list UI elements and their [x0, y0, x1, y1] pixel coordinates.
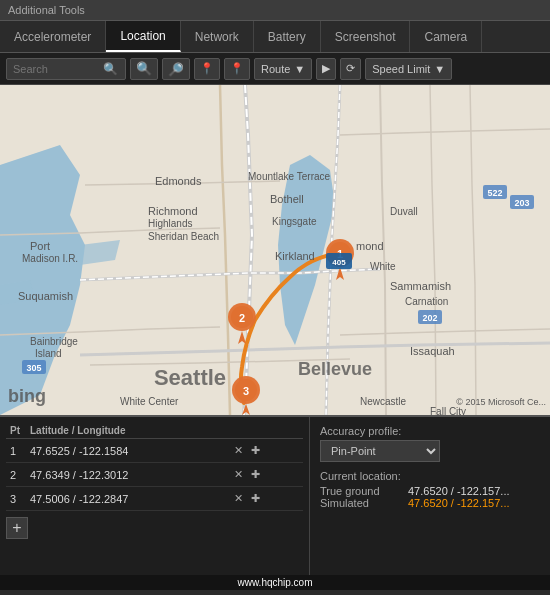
true-ground-value: 47.6520 / -122.157...	[408, 485, 510, 497]
tab-screenshot[interactable]: Screenshot	[321, 21, 411, 52]
waypoints-panel: Pt Latitude / Longitude 1 47.6525 / -122…	[0, 417, 310, 575]
title-label: Additional Tools	[8, 4, 85, 16]
tab-location[interactable]: Location	[106, 21, 180, 52]
tab-camera[interactable]: Camera	[410, 21, 482, 52]
search-box[interactable]: 🔍	[6, 58, 126, 80]
svg-text:305: 305	[26, 363, 41, 373]
svg-text:Suquamish: Suquamish	[18, 290, 73, 302]
info-panel: Accuracy profile: Pin-Point High Medium …	[310, 417, 550, 575]
row-3-pt: 3	[6, 487, 26, 511]
search-input[interactable]	[13, 63, 103, 75]
search-icon[interactable]: 🔍	[103, 62, 118, 76]
svg-text:Issaquah: Issaquah	[410, 345, 455, 357]
route-select[interactable]: Route ▼	[254, 58, 312, 80]
svg-text:2: 2	[239, 312, 245, 324]
true-ground-type: True ground	[320, 485, 400, 497]
row-1-pt: 1	[6, 439, 26, 463]
table-row: 1 47.6525 / -122.1584 ✕ ✚	[6, 439, 303, 463]
route-label: Route	[261, 63, 290, 75]
current-location-section: Current location: True ground 47.6520 / …	[320, 470, 540, 509]
accuracy-label: Accuracy profile:	[320, 425, 540, 437]
route-action-2[interactable]: ⟳	[340, 58, 361, 80]
true-ground-row: True ground 47.6520 / -122.157...	[320, 485, 540, 497]
row-3-delete[interactable]: ✕	[231, 491, 246, 506]
svg-text:Kingsgate: Kingsgate	[272, 216, 317, 227]
row-1-coords: 47.6525 / -122.1584	[26, 439, 227, 463]
row-2-pt: 2	[6, 463, 26, 487]
row-2-add[interactable]: ✚	[248, 467, 263, 482]
simulated-value: 47.6520 / -122.157...	[408, 497, 510, 509]
svg-text:Bainbridge: Bainbridge	[30, 336, 78, 347]
svg-text:405: 405	[332, 258, 346, 267]
zoom-out-button[interactable]: 🔍	[162, 58, 190, 80]
row-2-coords: 47.6349 / -122.3012	[26, 463, 227, 487]
current-location-label: Current location:	[320, 470, 540, 482]
svg-text:203: 203	[514, 198, 529, 208]
simulated-row: Simulated 47.6520 / -122.157...	[320, 497, 540, 509]
map-copyright: © 2015 Microsoft Ce...	[456, 397, 546, 407]
route-action-1[interactable]: ▶	[316, 58, 336, 80]
svg-text:Seattle: Seattle	[154, 365, 226, 390]
svg-text:202: 202	[422, 313, 437, 323]
svg-text:Sheridan Beach: Sheridan Beach	[148, 231, 219, 242]
row-3-add[interactable]: ✚	[248, 491, 263, 506]
accuracy-section: Accuracy profile: Pin-Point High Medium …	[320, 425, 540, 462]
svg-text:522: 522	[487, 188, 502, 198]
zoom-in-button[interactable]: 🔍	[130, 58, 158, 80]
speed-chevron: ▼	[434, 63, 445, 75]
route-chevron: ▼	[294, 63, 305, 75]
title-bar: Additional Tools	[0, 0, 550, 21]
watermark: www.hqchip.com	[0, 575, 550, 590]
route-pin-button[interactable]: 📍	[224, 58, 250, 80]
speed-label: Speed Limit	[372, 63, 430, 75]
svg-text:mond: mond	[356, 240, 384, 252]
simulated-type: Simulated	[320, 497, 400, 509]
svg-text:Mountlake Terrace: Mountlake Terrace	[248, 171, 331, 182]
svg-text:Fall City: Fall City	[430, 406, 466, 415]
tab-accelerometer[interactable]: Accelerometer	[0, 21, 106, 52]
svg-text:Carnation: Carnation	[405, 296, 448, 307]
svg-text:Bellevue: Bellevue	[298, 359, 372, 379]
svg-text:White: White	[370, 261, 396, 272]
col-pt: Pt	[6, 423, 26, 439]
row-1-delete[interactable]: ✕	[231, 443, 246, 458]
svg-text:Island: Island	[35, 348, 62, 359]
svg-text:Duvall: Duvall	[390, 206, 418, 217]
add-waypoint-button[interactable]: +	[6, 517, 28, 539]
svg-text:Richmond: Richmond	[148, 205, 198, 217]
svg-text:3: 3	[243, 385, 249, 397]
svg-text:Highlands: Highlands	[148, 218, 192, 229]
pin-button[interactable]: 📍	[194, 58, 220, 80]
accuracy-select[interactable]: Pin-Point High Medium Low	[320, 440, 440, 462]
map-container[interactable]: 1 2 3 Seattle Bellevue Edmonds Richmond …	[0, 85, 550, 415]
col-latlong: Latitude / Longitude	[26, 423, 227, 439]
svg-text:Madison I.R.: Madison I.R.	[22, 253, 78, 264]
toolbar: 🔍 🔍 🔍 📍 📍 Route ▼ ▶ ⟳ Speed Limit ▼	[0, 53, 550, 85]
bottom-panel: Pt Latitude / Longitude 1 47.6525 / -122…	[0, 415, 550, 575]
svg-text:Newcastle: Newcastle	[360, 396, 407, 407]
tab-network[interactable]: Network	[181, 21, 254, 52]
bing-logo: bing	[8, 386, 46, 407]
tab-bar: Accelerometer Location Network Battery S…	[0, 21, 550, 53]
speed-select[interactable]: Speed Limit ▼	[365, 58, 452, 80]
row-1-add[interactable]: ✚	[248, 443, 263, 458]
svg-text:White Center: White Center	[120, 396, 179, 407]
svg-text:Kirkland: Kirkland	[275, 250, 315, 262]
waypoints-table: Pt Latitude / Longitude 1 47.6525 / -122…	[6, 423, 303, 511]
tab-battery[interactable]: Battery	[254, 21, 321, 52]
svg-text:Sammamish: Sammamish	[390, 280, 451, 292]
svg-text:Bothell: Bothell	[270, 193, 304, 205]
row-2-delete[interactable]: ✕	[231, 467, 246, 482]
svg-text:Port: Port	[30, 240, 50, 252]
svg-text:Edmonds: Edmonds	[155, 175, 202, 187]
table-row: 2 47.6349 / -122.3012 ✕ ✚	[6, 463, 303, 487]
row-3-coords: 47.5006 / -122.2847	[26, 487, 227, 511]
table-row: 3 47.5006 / -122.2847 ✕ ✚	[6, 487, 303, 511]
